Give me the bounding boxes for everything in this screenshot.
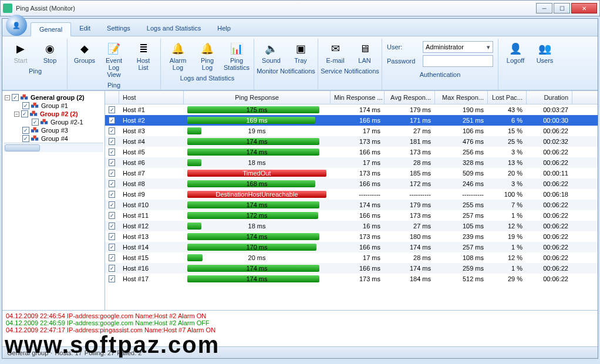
row-checkbox[interactable]: ✓ [109,223,115,230]
logoff-icon: 👤 [508,42,523,56]
tab-general[interactable]: General [31,22,71,36]
cell-host: Host #12 [119,223,184,230]
table-row[interactable]: ✓Host #1175 ms174 ms179 ms190 ms43 %00:0… [105,105,598,115]
table-row[interactable]: ✓Host #7TimedOut173 ms185 ms509 ms20 %00… [105,168,598,178]
users-button[interactable]: 👥Users [531,40,558,66]
tree-checkbox[interactable]: ✓ [32,119,39,126]
col-min[interactable]: Min Response ... [331,91,385,104]
table-row[interactable]: ✓Host #14170 ms166 ms174 ms257 ms1 %00:0… [105,242,598,252]
pinglog-button[interactable]: 🔔PingLog [194,40,221,73]
table-row[interactable]: ✓Host #11172 ms166 ms173 ms257 ms1 %00:0… [105,210,598,221]
cell-lost: 43 % [488,106,527,113]
cell-host: Host #2 [119,117,184,124]
row-checkbox[interactable]: ✓ [109,106,115,113]
tree-checkbox[interactable]: ✓ [12,94,19,101]
row-checkbox[interactable]: ✓ [109,170,115,177]
pingstats-button[interactable]: 📊PingStatistics [223,40,250,73]
col-host[interactable]: Host [119,91,184,104]
row-checkbox[interactable]: ✓ [109,138,115,145]
table-row[interactable]: ✓Host #2169 ms166 ms171 ms251 ms6 %00:00… [105,115,598,126]
col-ping[interactable]: Ping Response [184,91,331,104]
row-checkbox[interactable]: ✓ [109,191,115,198]
hostlist-button[interactable]: ≣HostList [130,40,157,80]
lan-button[interactable]: 🖥LAN [351,40,378,66]
grid-header[interactable]: Host Ping Response Min Response ... Avg … [105,91,598,105]
titlebar[interactable]: Ping Assist (Monitor) ─ ☐ ✕ [0,0,600,16]
tree-label: Group #3 [41,127,68,134]
tab-settings[interactable]: Settings [99,22,139,36]
tree-item[interactable]: −✓General group (2) [4,93,103,102]
tree-item[interactable]: −✓Group #2 (2) [4,110,103,118]
tree-item[interactable]: ✓Group #1 [4,102,103,110]
tree-expand-icon[interactable]: − [14,112,19,117]
col-checkbox[interactable] [105,91,119,104]
tree-item[interactable]: ✓Group #3 [4,126,103,134]
table-row[interactable]: ✓Host #16174 ms166 ms174 ms259 ms1 %00:0… [105,263,598,274]
cell-min: 173 ms [331,233,385,240]
row-checkbox[interactable]: ✓ [109,244,115,251]
table-row[interactable]: ✓Host #17174 ms173 ms184 ms512 ms29 %00:… [105,274,598,284]
maximize-button[interactable]: ☐ [554,3,570,14]
alarmlog-button[interactable]: 🔔AlarmLog [164,40,191,73]
logoff-button[interactable]: 👤Logoff [502,40,529,66]
eventlog-button[interactable]: 📝EventLogView [100,40,127,80]
tree-item[interactable]: ✓Group #4 [4,134,103,143]
row-checkbox[interactable]: ✓ [109,159,115,166]
col-dur[interactable]: Duration [527,91,572,104]
row-checkbox[interactable]: ✓ [109,254,115,261]
ping-bar: 174 ms [187,275,326,283]
cell-dur: 00:06:22 [527,212,572,219]
tree-checkbox[interactable]: ✓ [22,127,29,134]
ribbon-label: Start [14,57,27,64]
table-row[interactable]: ✓Host #8168 ms166 ms172 ms246 ms3 %00:06… [105,178,598,189]
tree-panel[interactable]: −✓General group (2)✓Group #1−✓Group #2 (… [2,91,105,310]
cell-min: 166 ms [331,117,385,124]
table-row[interactable]: ✓Host #1520 ms17 ms28 ms108 ms12 %00:06:… [105,252,598,263]
tree-checkbox[interactable]: ✓ [21,110,28,117]
row-checkbox[interactable]: ✓ [109,275,115,282]
ribbon-group-label: Service Notifications [321,66,379,76]
cell-avg: 184 ms [385,275,435,282]
row-checkbox[interactable]: ✓ [109,233,115,240]
row-checkbox[interactable]: ✓ [109,212,115,219]
table-row[interactable]: ✓Host #319 ms17 ms27 ms106 ms15 %00:06:2… [105,126,598,136]
table-row[interactable]: ✓Host #1218 ms16 ms27 ms105 ms12 %00:06:… [105,221,598,231]
tree-expand-icon[interactable]: − [5,95,10,100]
tree-item[interactable]: ✓Group #2-1 [4,118,103,126]
tree-scrollbar[interactable] [4,143,103,152]
col-lost[interactable]: Lost Pac... [488,91,527,104]
row-checkbox[interactable]: ✓ [109,149,115,156]
stop-button[interactable]: ◉Stop [36,40,63,66]
col-max[interactable]: Max Respon... [435,91,488,104]
log-panel[interactable]: 04.12.2009 22:46:54 IP-address:google.co… [2,310,598,346]
tray-button[interactable]: ▣Tray [287,40,314,66]
table-row[interactable]: ✓Host #13174 ms173 ms180 ms239 ms19 %00:… [105,231,598,242]
table-row[interactable]: ✓Host #5174 ms166 ms173 ms256 ms3 %00:06… [105,147,598,157]
groups-button[interactable]: ◆Groups [71,40,98,80]
app-orb-icon[interactable]: 👤 [6,15,27,36]
tab-help[interactable]: Help [209,22,239,36]
row-checkbox[interactable]: ✓ [109,201,115,208]
table-row[interactable]: ✓Host #10174 ms174 ms179 ms255 ms7 %00:0… [105,200,598,210]
ping-bar: 169 ms [187,116,326,124]
tree-checkbox[interactable]: ✓ [22,102,29,109]
row-checkbox[interactable]: ✓ [109,127,115,134]
cell-min: 17 ms [331,254,385,261]
password-input[interactable] [423,55,493,67]
table-row[interactable]: ✓Host #9DestinationHostUnreachable------… [105,189,598,200]
row-checkbox[interactable]: ✓ [109,117,115,124]
minimize-button[interactable]: ─ [536,3,552,14]
close-button[interactable]: ✕ [571,3,597,14]
sound-button[interactable]: 🔈Sound [258,40,285,66]
table-row[interactable]: ✓Host #618 ms17 ms28 ms328 ms13 %00:06:2… [105,157,598,168]
table-row[interactable]: ✓Host #4174 ms173 ms181 ms476 ms25 %00:0… [105,136,598,147]
tab-logs-and-statistics[interactable]: Logs and Statistics [139,22,209,36]
email-button[interactable]: ✉E-mail [322,40,349,66]
cell-avg: 179 ms [385,106,435,113]
col-avg[interactable]: Avg Respon... [385,91,435,104]
row-checkbox[interactable]: ✓ [109,265,115,272]
user-combo[interactable]: Administrator▾ [423,41,493,53]
row-checkbox[interactable]: ✓ [109,180,115,187]
tab-edit[interactable]: Edit [71,22,99,36]
tree-checkbox[interactable]: ✓ [22,135,29,142]
